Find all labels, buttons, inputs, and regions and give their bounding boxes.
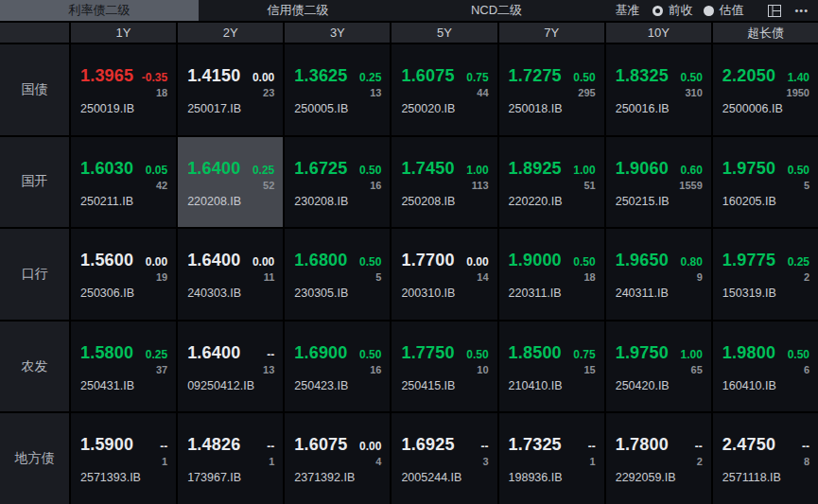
benchmark-radio-1[interactable]: 估值 bbox=[704, 2, 743, 19]
quote-line: 1.67250.50 bbox=[294, 159, 381, 179]
quote-line: 1.69000.50 bbox=[294, 343, 381, 363]
quote-cell-r1-c6[interactable]: 1.97500.505160205.IB bbox=[713, 137, 818, 228]
yield-value: 1.7275 bbox=[509, 66, 562, 86]
benchmark-radio-0[interactable]: 前收 bbox=[653, 2, 692, 19]
quote-cell-r0-c3[interactable]: 1.60750.7544250020.IB bbox=[392, 44, 496, 135]
quote-line: 1.60750.75 bbox=[401, 66, 488, 86]
yield-value: 1.9775 bbox=[722, 251, 775, 270]
quote-cell-r1-c1[interactable]: 1.64000.2552220208.IB bbox=[178, 137, 283, 228]
yield-value: 1.7700 bbox=[401, 251, 454, 270]
bond-code: 2571118.IB bbox=[722, 471, 809, 484]
quote-cell-r3-c2[interactable]: 1.69000.5016250423.IB bbox=[285, 322, 390, 412]
layout-panel-icon[interactable] bbox=[768, 5, 781, 17]
change-value: -- bbox=[267, 348, 274, 361]
quote-cell-r3-c5[interactable]: 1.97501.0065250420.IB bbox=[606, 322, 711, 412]
trade-count: 37 bbox=[80, 364, 167, 375]
change-value: 0.25 bbox=[788, 255, 809, 269]
trade-count: 2 bbox=[722, 271, 809, 283]
quote-line: 1.90000.50 bbox=[509, 251, 596, 270]
yield-value: 1.9650 bbox=[616, 251, 669, 270]
yield-value: 1.6400 bbox=[187, 159, 240, 179]
quote-cell-r4-c4[interactable]: 1.7325--1198936.IB bbox=[499, 413, 604, 504]
trade-count: 4 bbox=[294, 456, 381, 467]
quote-line: 1.41500.00 bbox=[187, 66, 274, 86]
quote-cell-r4-c5[interactable]: 1.7800--22292059.IB bbox=[606, 413, 711, 504]
quote-line: 1.64000.00 bbox=[187, 251, 274, 270]
quote-cell-r1-c0[interactable]: 1.60300.0542250211.IB bbox=[71, 137, 176, 228]
quote-cell-r4-c3[interactable]: 1.6925--32005244.IB bbox=[392, 413, 496, 504]
quote-cell-r0-c0[interactable]: 1.3965-0.3518250019.IB bbox=[71, 44, 176, 135]
quote-cell-r3-c1[interactable]: 1.6400--1309250412.IB bbox=[178, 322, 283, 412]
yield-value: 2.2050 bbox=[722, 66, 775, 86]
quote-cell-r0-c4[interactable]: 1.72750.50295250018.IB bbox=[499, 44, 604, 135]
change-value: 0.60 bbox=[680, 164, 702, 177]
quote-line: 1.6400-- bbox=[187, 343, 274, 363]
trade-count: 15 bbox=[509, 364, 596, 375]
tab-2[interactable]: NCD二级 bbox=[397, 0, 596, 21]
quote-cell-r4-c0[interactable]: 1.5900--12571393.IB bbox=[71, 413, 176, 504]
bond-code: 250306.IB bbox=[80, 287, 167, 300]
trade-count: 23 bbox=[187, 87, 274, 98]
quote-cell-r1-c4[interactable]: 1.89251.0051220220.IB bbox=[499, 137, 604, 228]
change-value: -- bbox=[802, 440, 809, 453]
quote-line: 1.3965-0.35 bbox=[80, 66, 167, 86]
trade-count: 13 bbox=[187, 364, 274, 375]
column-header-6: 超长债 bbox=[713, 23, 818, 43]
change-value: 0.25 bbox=[359, 71, 381, 84]
yield-value: 1.6030 bbox=[80, 159, 133, 179]
quote-cell-r2-c0[interactable]: 1.56000.0019250306.IB bbox=[71, 229, 176, 320]
yield-value: 1.6925 bbox=[401, 435, 454, 455]
bond-code: 250208.IB bbox=[401, 195, 488, 208]
quote-cell-r1-c5[interactable]: 1.90600.601559250215.IB bbox=[606, 137, 711, 228]
quote-cell-r2-c6[interactable]: 1.97750.252150319.IB bbox=[713, 229, 818, 320]
radio-label: 前收 bbox=[668, 2, 692, 19]
yield-value: 1.8325 bbox=[616, 66, 669, 86]
quote-line: 1.97500.50 bbox=[722, 159, 809, 179]
quote-cell-r4-c1[interactable]: 1.4826--1173967.IB bbox=[178, 413, 283, 504]
quote-line: 1.97501.00 bbox=[616, 343, 703, 363]
quote-cell-r2-c4[interactable]: 1.90000.5018220311.IB bbox=[499, 229, 604, 320]
trade-count: 52 bbox=[187, 180, 274, 191]
tab-0[interactable]: 利率债二级 bbox=[0, 0, 199, 21]
yield-value: 1.4150 bbox=[187, 66, 240, 86]
tab-1[interactable]: 信用债二级 bbox=[199, 0, 397, 21]
quote-cell-r0-c2[interactable]: 1.36250.2513250005.IB bbox=[285, 44, 390, 135]
quote-cell-r2-c1[interactable]: 1.64000.0011240303.IB bbox=[178, 229, 283, 320]
radio-label: 估值 bbox=[719, 2, 743, 19]
more-menu-icon[interactable]: ••• bbox=[794, 5, 809, 16]
bond-code: 250215.IB bbox=[616, 195, 703, 208]
quote-cell-r1-c2[interactable]: 1.67250.5016230208.IB bbox=[285, 137, 390, 228]
change-value: -- bbox=[695, 440, 703, 453]
bond-code: 250005.IB bbox=[294, 102, 381, 115]
quote-cell-r3-c0[interactable]: 1.58000.2537250431.IB bbox=[71, 322, 176, 412]
quote-cell-r2-c2[interactable]: 1.68000.505230305.IB bbox=[285, 229, 390, 320]
quote-cell-r0-c5[interactable]: 1.83250.50310250016.IB bbox=[606, 44, 711, 135]
quote-cell-r1-c3[interactable]: 1.74501.00113250208.IB bbox=[392, 137, 496, 228]
yield-value: 1.6725 bbox=[294, 159, 347, 179]
quote-line: 1.6925-- bbox=[401, 435, 488, 455]
quote-line: 1.85000.75 bbox=[509, 343, 596, 363]
quote-cell-r2-c5[interactable]: 1.96500.809240311.IB bbox=[606, 229, 711, 320]
quote-cell-r4-c6[interactable]: 2.4750--82571118.IB bbox=[713, 413, 818, 504]
trade-count: 113 bbox=[401, 180, 488, 191]
bond-code: 250020.IB bbox=[401, 102, 488, 115]
yield-value: 1.6400 bbox=[187, 251, 240, 270]
row-label-4: 地方债 bbox=[0, 413, 69, 504]
quote-cell-r2-c3[interactable]: 1.77000.0014200310.IB bbox=[392, 229, 496, 320]
change-value: -- bbox=[267, 440, 274, 453]
yield-value: 1.7450 bbox=[401, 159, 454, 179]
bond-code: 09250412.IB bbox=[187, 379, 274, 392]
quote-cell-r0-c6[interactable]: 2.20501.4019502500006.IB bbox=[713, 44, 818, 135]
quote-cell-r3-c3[interactable]: 1.77500.5010250415.IB bbox=[392, 322, 496, 412]
quote-line: 1.4826-- bbox=[187, 435, 274, 455]
change-value: -- bbox=[481, 440, 489, 453]
change-value: 0.50 bbox=[573, 255, 595, 269]
quote-cell-r4-c2[interactable]: 1.60750.0042371392.IB bbox=[285, 413, 390, 504]
change-value: 0.50 bbox=[466, 348, 488, 361]
quote-line: 1.60300.05 bbox=[80, 159, 167, 179]
quote-cell-r0-c1[interactable]: 1.41500.0023250017.IB bbox=[178, 44, 283, 135]
bond-code: 220220.IB bbox=[509, 195, 596, 208]
quote-cell-r3-c4[interactable]: 1.85000.7515210410.IB bbox=[499, 322, 604, 412]
change-value: 0.50 bbox=[680, 71, 702, 84]
quote-cell-r3-c6[interactable]: 1.98000.506160410.IB bbox=[713, 322, 818, 412]
